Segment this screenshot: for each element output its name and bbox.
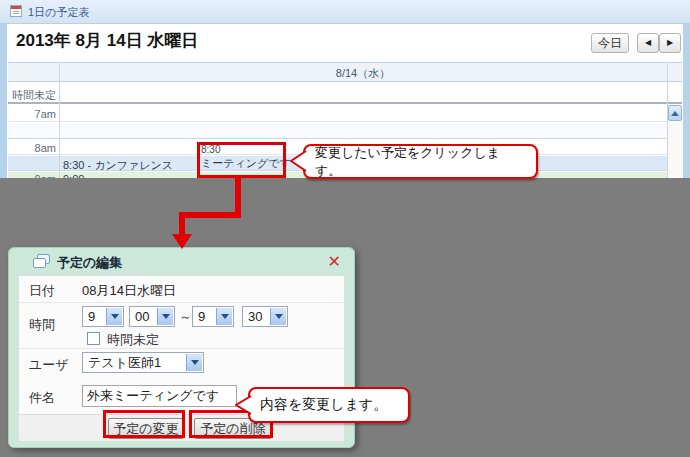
next-arrow-icon: ▶ [667,39,673,47]
scroll-up-icon [671,111,679,116]
no-time-checkbox-label: 時間未定 [107,331,159,349]
callout-click-appointment: 変更したい予定をクリックします。 [303,144,538,179]
window-copy-icon [33,254,51,270]
subject-input[interactable] [82,385,237,407]
start-minute-select[interactable]: 00 [129,306,175,327]
calendar-icon [10,5,22,17]
time-range-separator: ～ [179,308,192,326]
callout-change-contents: 内容を変更します。 [248,387,410,423]
dialog-header: 予定の編集 ✕ [9,248,354,275]
date-heading: 2013年 8月 14日 水曜日 [16,29,198,52]
event-conference[interactable]: 8:30 - カンファレンス [63,158,173,173]
window-title: 1日の予定表 [28,5,89,20]
subject-label: 件名 [29,389,55,407]
day-column-header: 8/14（水） [59,66,667,81]
dialog-title: 予定の編集 [57,254,122,272]
window-titlebar: 1日の予定表 [0,0,690,24]
chevron-down-icon [186,354,202,371]
unscheduled-row[interactable] [8,82,682,104]
grid-header-row: 8/14（水） [8,62,682,82]
change-button-highlight [103,410,185,438]
chevron-down-icon [270,308,286,325]
user-value: テスト医師1 [83,353,203,372]
slot-7-30[interactable] [8,123,682,139]
close-icon[interactable]: ✕ [328,252,341,271]
time-label-8am: 8am [8,142,56,154]
prev-day-button[interactable]: ◀ [637,33,659,53]
date-value: 08月14日水曜日 [82,282,176,300]
scroll-up-button[interactable] [668,105,682,121]
time-label-7am: 7am [8,108,56,120]
callout-text: 変更したい予定をクリックします。 [315,144,526,180]
no-time-checkbox[interactable] [87,332,100,345]
date-label: 日付 [29,282,55,300]
label-column-divider [59,62,60,178]
end-hour-select[interactable]: 9 [192,306,234,327]
start-hour-select[interactable]: 9 [82,306,124,327]
callout-text: 内容を変更します。 [260,396,387,414]
chevron-down-icon [157,308,173,325]
user-row: ユーザ テスト医師1 [19,348,344,378]
event-highlight-box[interactable] [197,142,286,178]
user-select[interactable]: テスト医師1 [82,352,204,373]
next-day-button[interactable]: ▶ [659,33,681,53]
prev-arrow-icon: ◀ [645,39,651,47]
end-minute-select[interactable]: 30 [242,306,288,327]
today-button[interactable]: 今日 [591,33,629,53]
chevron-down-icon [106,308,122,325]
chevron-down-icon [216,308,232,325]
user-label: ユーザ [29,356,69,374]
date-row: 日付 08月14日水曜日 [19,276,344,303]
time-label: 時間 [29,316,55,334]
slot-7-00[interactable] [8,106,682,122]
time-row: 時間 9 00 ～ 9 30 時間未定 [19,302,344,349]
unscheduled-label: 時間未定 [8,88,56,103]
screenshot-root: 1日の予定表 2013年 8月 14日 水曜日 今日 ◀ ▶ 8/14（水） 時… [0,0,690,457]
